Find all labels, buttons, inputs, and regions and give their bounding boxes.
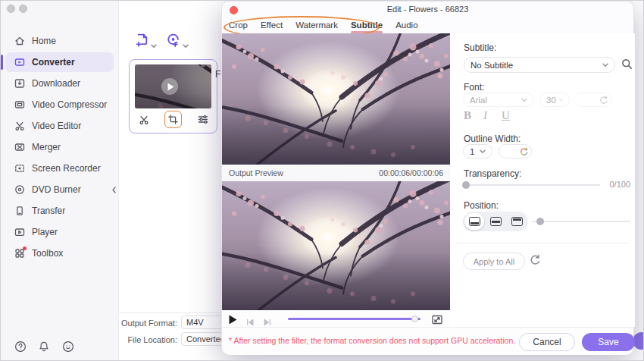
chevron-down-icon: [559, 98, 563, 102]
sidebar-collapse-handle[interactable]: [110, 183, 117, 196]
reset-button[interactable]: [529, 254, 540, 268]
effect-button[interactable]: [194, 111, 211, 128]
home-icon: [14, 36, 25, 47]
outline-width-select[interactable]: 1: [463, 144, 492, 159]
transparency-slider-handle[interactable]: [462, 181, 470, 189]
tab-crop[interactable]: Crop: [229, 20, 248, 33]
subtitle-select-value: No Subtitle: [470, 61, 513, 70]
sidebar-item-player[interactable]: Player: [5, 222, 114, 242]
add-from-device-dropdown[interactable]: [183, 38, 189, 52]
crop-button[interactable]: [164, 111, 182, 128]
notification-badge: [23, 246, 27, 250]
bold-button: B: [464, 109, 471, 122]
video-editor-icon: [14, 121, 25, 132]
sidebar-item-screen-recorder[interactable]: Screen Recorder: [5, 159, 114, 178]
subtitle-select[interactable]: No Subtitle: [464, 57, 615, 73]
sidebar-item-label: Merger: [32, 142, 61, 152]
position-top-button[interactable]: [507, 213, 527, 230]
position-bottom-button[interactable]: [464, 213, 484, 230]
tab-audio[interactable]: Audio: [395, 20, 417, 33]
player-icon: [14, 227, 25, 238]
sidebar-item-video-compressor[interactable]: Video Compressor: [5, 95, 114, 115]
tab-effect[interactable]: Effect: [261, 20, 283, 33]
play-overlay-button[interactable]: [161, 78, 178, 95]
tab-watermark[interactable]: Watermark: [295, 20, 338, 33]
next-frame-icon: [264, 319, 271, 326]
player-controls: [222, 310, 450, 328]
sidebar-item-downloader[interactable]: Downloader: [5, 74, 114, 93]
sidebar-item-merger[interactable]: Merger: [5, 137, 114, 157]
play-button[interactable]: [229, 314, 237, 328]
playback-progress-bar[interactable]: [288, 318, 420, 320]
screen-recorder-icon: [14, 163, 25, 174]
output-format-label: Output Format:: [120, 319, 177, 328]
play-icon: [167, 83, 174, 91]
add-device-icon: [165, 33, 181, 49]
preview-image-bottom: [222, 181, 450, 310]
position-middle-button[interactable]: [486, 213, 505, 230]
fullscreen-icon: [432, 315, 442, 325]
chevron-left-icon: [111, 187, 117, 193]
feedback-button[interactable]: [62, 341, 74, 353]
save-button[interactable]: Save: [582, 333, 635, 351]
timecode: 00:00:06/00:00:06: [379, 168, 443, 177]
dvd-burner-icon: [14, 184, 25, 196]
font-size-select: 30: [539, 93, 570, 107]
converter-icon: [14, 57, 25, 68]
font-family-value: Arial: [470, 96, 487, 105]
notifications-button[interactable]: [38, 341, 50, 353]
sidebar-item-transfer[interactable]: Transfer: [5, 201, 114, 221]
card-toolbar: [130, 111, 217, 128]
playback-progress-handle[interactable]: [411, 315, 418, 322]
preview-column: Output Preview 00:00:06/00:00:06: [222, 33, 450, 328]
media-card[interactable]: [129, 59, 217, 133]
sidebar-item-dvd-burner[interactable]: DVD Burner: [5, 180, 114, 199]
edit-dialog: Edit - Flowers - 66823 Crop Effect Water…: [221, 1, 634, 354]
window-minimize-button[interactable]: [19, 5, 27, 13]
compressor-icon: [14, 99, 25, 111]
sidebar-item-label: Converter: [32, 57, 75, 67]
downloader-icon: [14, 78, 25, 89]
transparency-value: 0/100: [603, 180, 630, 189]
sidebar-item-label: Video Editor: [32, 121, 81, 131]
help-button[interactable]: [14, 341, 27, 353]
subtitle-search-button[interactable]: [621, 58, 633, 73]
crop-icon: [168, 115, 178, 124]
font-size-value: 30: [546, 96, 556, 105]
sidebar-item-home[interactable]: Home: [5, 31, 114, 51]
position-slider-handle[interactable]: [536, 218, 544, 225]
sidebar-item-label: Player: [32, 227, 58, 237]
font-color-picker: [574, 93, 611, 107]
app-window: Home Converter Downloader Video Compress…: [0, 0, 644, 361]
sidebar-item-video-editor[interactable]: Video Editor: [5, 116, 114, 136]
position-bottom-icon: [469, 217, 480, 226]
position-segmented-control: [463, 212, 528, 231]
font-label: Font:: [464, 82, 484, 93]
add-from-device-button[interactable]: [165, 33, 181, 52]
outline-color-picker[interactable]: [499, 144, 532, 159]
play-icon: [229, 315, 237, 325]
transparency-slider[interactable]: [464, 184, 600, 186]
font-family-select: Arial: [463, 93, 534, 107]
chevron-down-icon: [151, 44, 157, 49]
sidebar-item-converter[interactable]: Converter: [5, 52, 114, 72]
dialog-tabs: Crop Effect Watermark Subtitle Audio: [229, 20, 418, 33]
tab-subtitle[interactable]: Subtitle: [351, 20, 383, 33]
footer-divider: [119, 312, 221, 313]
bell-icon: [38, 341, 50, 353]
apply-to-all-button[interactable]: Apply to All: [463, 253, 525, 270]
position-slider[interactable]: [532, 221, 630, 222]
reset-icon: [599, 96, 608, 105]
transfer-icon: [14, 206, 25, 217]
window-close-button[interactable]: [7, 5, 15, 13]
prev-frame-icon: [246, 319, 254, 326]
transparency-label: Transparency:: [464, 168, 521, 179]
cancel-button[interactable]: Cancel: [519, 333, 575, 351]
add-files-button[interactable]: [134, 33, 150, 52]
sidebar-item-toolbox[interactable]: Toolbox: [5, 243, 114, 263]
reset-color-icon: [519, 147, 528, 156]
add-files-dropdown[interactable]: [151, 38, 157, 52]
trim-button[interactable]: [135, 111, 152, 128]
fullscreen-button[interactable]: [432, 314, 442, 328]
sidebar-item-label: Video Compressor: [32, 99, 107, 110]
